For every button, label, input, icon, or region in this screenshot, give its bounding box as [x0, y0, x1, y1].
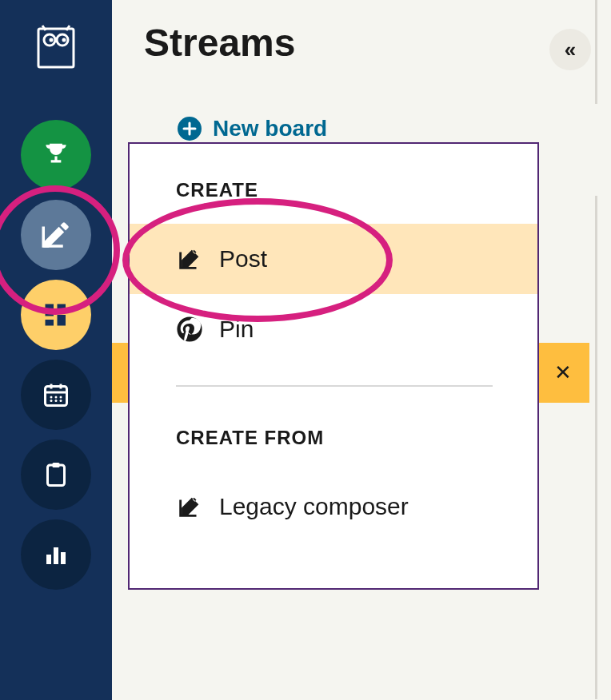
new-board-label: New board — [213, 116, 327, 141]
separator — [595, 0, 597, 104]
svg-point-13 — [50, 396, 53, 399]
svg-point-4 — [62, 38, 66, 42]
new-board-button[interactable]: New board — [178, 116, 327, 141]
svg-point-15 — [60, 396, 62, 399]
create-section-label: CREATE — [130, 179, 537, 201]
plus-icon — [178, 117, 202, 141]
svg-point-18 — [60, 400, 62, 402]
trophy-icon — [41, 140, 71, 170]
legacy-composer-item[interactable]: Legacy composer — [130, 471, 537, 542]
page-title: Streams — [144, 21, 295, 65]
nav-compose[interactable] — [21, 200, 91, 270]
menu-item-label: Legacy composer — [219, 493, 409, 520]
nav-achievements[interactable] — [21, 120, 91, 190]
compose-icon — [176, 493, 203, 520]
app-logo — [34, 24, 78, 72]
clipboard-icon — [42, 460, 70, 489]
svg-point-14 — [55, 396, 58, 399]
compose-icon — [39, 218, 73, 252]
svg-point-17 — [55, 400, 58, 402]
create-from-section-label: CREATE FROM — [130, 427, 537, 449]
calendar-icon — [42, 380, 70, 409]
svg-rect-0 — [38, 29, 74, 67]
compose-icon — [176, 245, 203, 272]
create-pin-item[interactable]: Pin — [130, 294, 537, 364]
svg-rect-20 — [53, 463, 60, 467]
svg-rect-19 — [48, 465, 65, 486]
svg-rect-8 — [58, 315, 66, 326]
svg-point-16 — [50, 400, 53, 402]
svg-rect-6 — [58, 304, 66, 312]
nav-assignments[interactable] — [21, 439, 91, 510]
svg-rect-21 — [46, 555, 51, 564]
nav-streams[interactable] — [21, 280, 91, 350]
close-icon[interactable]: ✕ — [554, 360, 572, 385]
separator — [595, 196, 597, 699]
sidebar-nav — [0, 0, 112, 700]
svg-rect-5 — [46, 304, 54, 316]
collapse-icon: « — [565, 38, 576, 62]
svg-rect-22 — [54, 547, 58, 564]
bar-chart-icon — [42, 540, 70, 569]
menu-item-label: Post — [219, 245, 267, 272]
grid-icon — [42, 300, 70, 329]
svg-rect-7 — [46, 320, 54, 326]
create-menu-popup: CREATE Post Pin CREATE FROM Legacy co — [128, 142, 539, 590]
nav-analytics[interactable] — [21, 519, 91, 590]
menu-item-label: Pin — [219, 316, 254, 343]
collapse-button[interactable]: « — [549, 29, 591, 70]
menu-divider — [176, 385, 493, 387]
nav-planner[interactable] — [21, 360, 91, 430]
create-post-item[interactable]: Post — [130, 224, 537, 294]
svg-rect-23 — [61, 552, 66, 564]
svg-point-3 — [50, 38, 54, 42]
pinterest-icon — [176, 316, 203, 343]
